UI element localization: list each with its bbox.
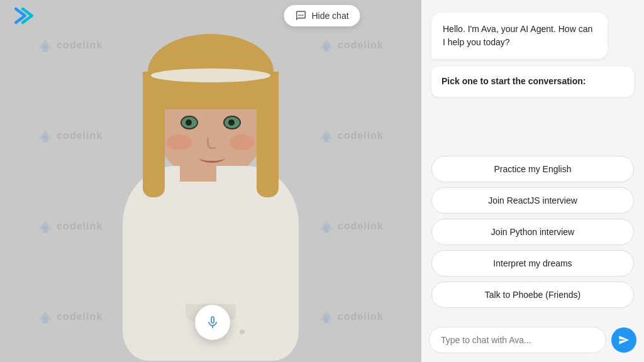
pick-dreams-button[interactable]: Interpret my dreams [431,250,634,277]
svg-point-24 [298,14,299,16]
microphone-icon [205,315,220,330]
chat-bubble-icon [295,10,306,21]
avatar-head [148,34,274,185]
avatar-nose [207,138,216,149]
hide-chat-button[interactable]: Hide chat [284,5,360,26]
app-logo [10,2,38,30]
pick-reactjs-button[interactable]: Join ReactJS interview [431,187,634,214]
send-button[interactable] [611,327,636,353]
microphone-button[interactable] [195,305,230,340]
picks-heading: Pick one to start the conversation: [441,75,624,88]
pick-phoebe-button[interactable]: Talk to Phoebe (Friends) [431,282,634,308]
avatar-eye-left [180,116,198,129]
hide-chat-label: Hide chat [311,11,348,21]
pick-english-button[interactable]: Practice my English [431,156,634,182]
chat-input[interactable] [429,327,606,353]
svg-point-25 [300,14,301,16]
svg-rect-19 [43,316,48,323]
svg-rect-1 [43,45,48,52]
pick-python-button[interactable]: Join Python interview [431,219,634,245]
avatar-hair-left [143,72,165,197]
codelink-logo-svg [11,3,36,28]
quick-picks: Practice my English Join ReactJS intervi… [421,156,644,321]
send-icon [618,334,630,346]
avatar-eye-right [223,116,241,129]
chat-input-area [421,321,644,362]
svg-point-26 [302,14,303,16]
svg-rect-7 [43,135,48,142]
avatar-cheek-right [230,134,255,150]
svg-rect-13 [43,226,48,233]
avatar-hair-right [257,72,279,197]
chat-panel: Hello. I'm Ava, your AI Agent. How can I… [421,0,644,362]
avatar-headband [151,69,270,82]
avatar-cheek-left [167,134,192,150]
avatar-shirt-button [240,329,245,334]
top-bar: Hide chat [0,0,644,31]
avatar-section: codelink codelink codelink codelink code… [0,0,421,362]
avatar-mouth [199,153,225,163]
picks-container: Pick one to start the conversation: [431,67,634,97]
